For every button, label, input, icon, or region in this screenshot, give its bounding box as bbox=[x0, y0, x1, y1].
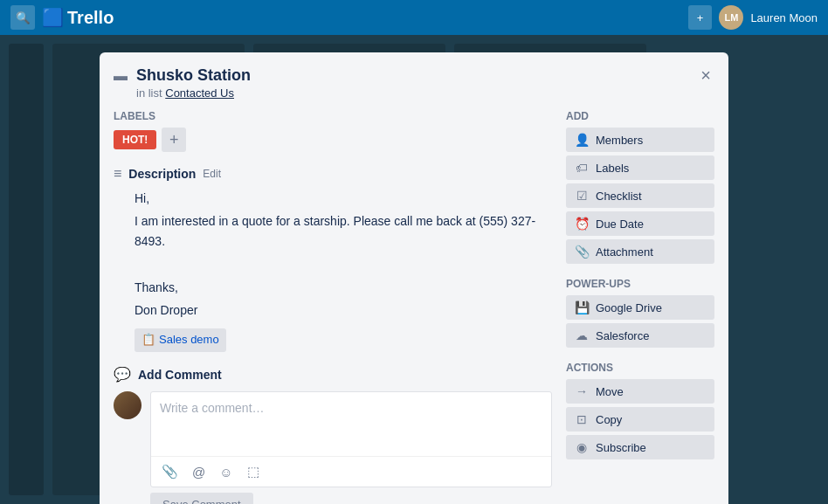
add-section-title: Add bbox=[566, 110, 714, 122]
description-section: ≡ Description Edit Hi, I am interested i… bbox=[114, 166, 552, 352]
comment-input-wrapper: 📎 @ ☺ ⬚ bbox=[150, 391, 552, 487]
salesforce-icon: ☁ bbox=[575, 328, 589, 342]
google-drive-icon: 💾 bbox=[575, 300, 589, 314]
copy-button[interactable]: ⊡ Copy bbox=[566, 407, 714, 432]
actions-section: Actions → Move ⊡ Copy ◉ Subscribe bbox=[566, 362, 714, 459]
due-date-icon: ⏰ bbox=[575, 217, 589, 231]
copy-icon: ⊡ bbox=[575, 412, 589, 426]
close-icon: × bbox=[700, 66, 711, 86]
add-label-button[interactable]: + bbox=[162, 128, 186, 152]
labels-section: Labels HOT! + bbox=[114, 110, 552, 152]
comment-header-title: Add Comment bbox=[138, 368, 222, 382]
modal-subtitle: in list Contacted Us bbox=[136, 86, 251, 100]
mention-icon-btn[interactable]: @ bbox=[189, 462, 209, 481]
commenter-avatar bbox=[114, 391, 141, 419]
hot-label-badge[interactable]: HOT! bbox=[114, 130, 156, 149]
attachment-icon: 📎 bbox=[575, 245, 589, 259]
save-comment-button[interactable]: Save Comment bbox=[150, 493, 253, 504]
checklist-button[interactable]: ☑ Checklist bbox=[566, 183, 714, 208]
subscribe-icon: ◉ bbox=[575, 440, 589, 454]
attachment-button[interactable]: 📎 Attachment bbox=[566, 239, 714, 264]
labels-button[interactable]: 🏷 Labels bbox=[566, 155, 714, 180]
modal-header-text: Shusko Station in list Contacted Us bbox=[136, 66, 251, 100]
members-button[interactable]: 👤 Members bbox=[566, 128, 714, 152]
card-modal: × ▬ Shusko Station in list Contacted Us … bbox=[100, 52, 728, 504]
user-name: Lauren Moon bbox=[750, 11, 818, 24]
top-bar-right: + LM Lauren Moon bbox=[688, 5, 818, 30]
comment-header: 💬 Add Comment bbox=[114, 366, 552, 383]
actions-section-title: Actions bbox=[566, 362, 714, 374]
labels-row: HOT! + bbox=[114, 128, 552, 152]
labels-section-title: Labels bbox=[114, 110, 552, 122]
trello-logo: 🟦 Trello bbox=[42, 7, 114, 28]
powerups-section-title: Power-Ups bbox=[566, 278, 714, 290]
modal-main: Labels HOT! + ≡ Description Edit bbox=[114, 110, 552, 504]
trello-logo-icon: 🟦 bbox=[42, 7, 64, 28]
add-label-icon: + bbox=[169, 131, 179, 149]
due-date-button[interactable]: ⏰ Due Date bbox=[566, 211, 714, 236]
powerups-section: Power-Ups 💾 Google Drive ☁ Salesforce bbox=[566, 278, 714, 348]
top-bar: 🔍 🟦 Trello + LM Lauren Moon bbox=[0, 0, 828, 35]
description-line-3: Thanks, bbox=[135, 278, 552, 297]
modal-header: ▬ Shusko Station in list Contacted Us bbox=[114, 66, 714, 100]
comment-row: 📎 @ ☺ ⬚ bbox=[114, 391, 552, 487]
comment-icon: 💬 bbox=[114, 366, 131, 383]
top-bar-left: 🔍 🟦 Trello bbox=[10, 5, 114, 30]
modal-sidebar: Add 👤 Members 🏷 Labels ☑ Checklist ⏰ bbox=[566, 110, 714, 504]
search-button[interactable]: 🔍 bbox=[10, 5, 35, 30]
modal-overlay: × ▬ Shusko Station in list Contacted Us … bbox=[0, 35, 828, 504]
add-section: Add 👤 Members 🏷 Labels ☑ Checklist ⏰ bbox=[566, 110, 714, 264]
description-body: Hi, I am interested in a quote for a sta… bbox=[114, 189, 552, 352]
add-button[interactable]: + bbox=[688, 5, 713, 30]
members-icon: 👤 bbox=[575, 133, 589, 147]
trello-logo-text: Trello bbox=[67, 8, 114, 28]
subscribe-button[interactable]: ◉ Subscribe bbox=[566, 435, 714, 459]
list-name-link[interactable]: Contacted Us bbox=[165, 86, 234, 100]
user-avatar[interactable]: LM bbox=[719, 5, 743, 30]
description-line-1: I am interested in a quote for a starshi… bbox=[135, 211, 552, 251]
comment-toolbar: 📎 @ ☺ ⬚ bbox=[151, 456, 551, 487]
google-drive-button[interactable]: 💾 Google Drive bbox=[566, 295, 714, 320]
attach-icon-btn[interactable]: 📎 bbox=[158, 462, 182, 481]
description-header: ≡ Description Edit bbox=[114, 166, 552, 182]
move-button[interactable]: → Move bbox=[566, 379, 714, 404]
modal-title: Shusko Station bbox=[136, 66, 251, 85]
move-icon: → bbox=[575, 384, 589, 398]
description-icon: ≡ bbox=[114, 166, 121, 182]
checklist-icon: ☑ bbox=[575, 189, 589, 203]
comment-input[interactable] bbox=[151, 392, 551, 453]
image-icon-btn[interactable]: ⬚ bbox=[244, 462, 263, 481]
emoji-icon-btn[interactable]: ☺ bbox=[216, 462, 236, 481]
sales-demo-link[interactable]: 📋 Sales demo bbox=[135, 328, 226, 352]
card-type-icon: ▬ bbox=[114, 68, 128, 84]
description-line-0: Hi, bbox=[135, 189, 552, 208]
description-line-4: Don Droper bbox=[135, 300, 552, 320]
comment-section: 💬 Add Comment 📎 @ ☺ ⬚ bbox=[114, 366, 552, 504]
sales-demo-icon: 📋 bbox=[141, 331, 155, 349]
modal-body: Labels HOT! + ≡ Description Edit bbox=[114, 110, 714, 504]
modal-close-button[interactable]: × bbox=[693, 63, 718, 87]
labels-icon: 🏷 bbox=[575, 161, 589, 175]
description-title: Description bbox=[128, 167, 196, 181]
salesforce-button[interactable]: ☁ Salesforce bbox=[566, 323, 714, 348]
description-edit-link[interactable]: Edit bbox=[203, 168, 221, 180]
